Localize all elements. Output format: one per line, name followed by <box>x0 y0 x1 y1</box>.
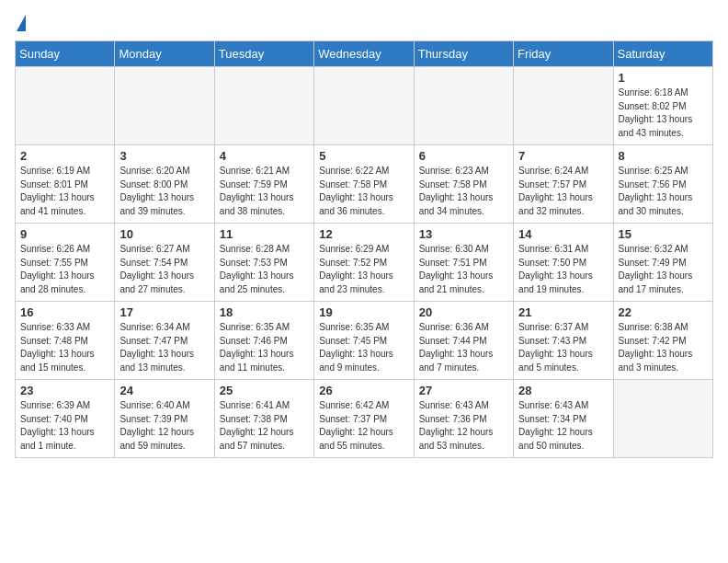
day-info: Sunrise: 6:29 AMSunset: 7:52 PMDaylight:… <box>319 243 408 296</box>
day-info: Sunrise: 6:24 AMSunset: 7:57 PMDaylight:… <box>518 165 608 218</box>
calendar-day-cell: 15Sunrise: 6:32 AMSunset: 7:49 PMDayligh… <box>613 224 712 302</box>
calendar-week-row: 16Sunrise: 6:33 AMSunset: 7:48 PMDayligh… <box>16 302 713 380</box>
calendar-day-cell: 13Sunrise: 6:30 AMSunset: 7:51 PMDayligh… <box>414 224 513 302</box>
day-info: Sunrise: 6:35 AMSunset: 7:46 PMDaylight:… <box>220 321 309 374</box>
day-info: Sunrise: 6:38 AMSunset: 7:42 PMDaylight:… <box>619 321 708 374</box>
calendar-day-cell: 21Sunrise: 6:37 AMSunset: 7:43 PMDayligh… <box>514 302 613 380</box>
day-info: Sunrise: 6:19 AMSunset: 8:01 PMDaylight:… <box>20 165 109 218</box>
calendar-day-cell <box>214 67 313 145</box>
calendar-day-cell: 3Sunrise: 6:20 AMSunset: 8:00 PMDaylight… <box>115 145 214 224</box>
calendar-day-cell: 19Sunrise: 6:35 AMSunset: 7:45 PMDayligh… <box>314 302 414 380</box>
weekday-header: Saturday <box>613 41 712 67</box>
weekday-header: Sunday <box>16 41 115 67</box>
day-number: 10 <box>119 227 209 241</box>
day-number: 16 <box>20 305 109 319</box>
calendar-day-cell <box>16 67 115 145</box>
day-info: Sunrise: 6:35 AMSunset: 7:45 PMDaylight:… <box>319 321 408 374</box>
weekday-header: Monday <box>115 41 214 67</box>
calendar-day-cell: 16Sunrise: 6:33 AMSunset: 7:48 PMDayligh… <box>16 302 115 380</box>
day-number: 23 <box>20 384 109 397</box>
calendar-day-cell: 14Sunrise: 6:31 AMSunset: 7:50 PMDayligh… <box>514 224 613 302</box>
day-number: 22 <box>619 305 708 319</box>
calendar-header-row: SundayMondayTuesdayWednesdayThursdayFrid… <box>16 41 713 67</box>
day-number: 1 <box>619 71 708 85</box>
day-number: 20 <box>419 305 508 319</box>
day-info: Sunrise: 6:32 AMSunset: 7:49 PMDaylight:… <box>619 243 708 296</box>
day-number: 18 <box>220 305 309 319</box>
calendar-day-cell: 25Sunrise: 6:41 AMSunset: 7:38 PMDayligh… <box>214 380 313 458</box>
calendar-day-cell: 4Sunrise: 6:21 AMSunset: 7:59 PMDaylight… <box>214 145 313 224</box>
calendar-week-row: 2Sunrise: 6:19 AMSunset: 8:01 PMDaylight… <box>16 145 713 224</box>
calendar-day-cell: 18Sunrise: 6:35 AMSunset: 7:46 PMDayligh… <box>214 302 313 380</box>
calendar-day-cell <box>115 67 214 145</box>
day-number: 28 <box>518 384 608 397</box>
day-number: 4 <box>220 149 309 163</box>
day-number: 7 <box>518 149 608 163</box>
calendar-day-cell: 23Sunrise: 6:39 AMSunset: 7:40 PMDayligh… <box>16 380 115 458</box>
day-info: Sunrise: 6:34 AMSunset: 7:47 PMDaylight:… <box>119 321 209 374</box>
day-number: 8 <box>619 149 708 163</box>
day-number: 21 <box>518 305 608 319</box>
calendar-day-cell: 6Sunrise: 6:23 AMSunset: 7:58 PMDaylight… <box>414 145 513 224</box>
calendar-day-cell: 22Sunrise: 6:38 AMSunset: 7:42 PMDayligh… <box>613 302 712 380</box>
calendar-day-cell <box>514 67 613 145</box>
day-info: Sunrise: 6:36 AMSunset: 7:44 PMDaylight:… <box>419 321 508 374</box>
day-number: 9 <box>20 227 109 241</box>
day-number: 12 <box>319 227 408 241</box>
calendar-week-row: 9Sunrise: 6:26 AMSunset: 7:55 PMDaylight… <box>16 224 713 302</box>
weekday-header: Thursday <box>414 41 513 67</box>
calendar-week-row: 23Sunrise: 6:39 AMSunset: 7:40 PMDayligh… <box>16 380 713 458</box>
day-number: 17 <box>119 305 209 319</box>
day-number: 19 <box>319 305 408 319</box>
day-info: Sunrise: 6:30 AMSunset: 7:51 PMDaylight:… <box>419 243 508 296</box>
day-info: Sunrise: 6:37 AMSunset: 7:43 PMDaylight:… <box>518 321 608 374</box>
page-header <box>15 15 713 33</box>
calendar-day-cell: 8Sunrise: 6:25 AMSunset: 7:56 PMDaylight… <box>613 145 712 224</box>
calendar-day-cell: 11Sunrise: 6:28 AMSunset: 7:53 PMDayligh… <box>214 224 313 302</box>
day-info: Sunrise: 6:25 AMSunset: 7:56 PMDaylight:… <box>619 165 708 218</box>
calendar-day-cell: 9Sunrise: 6:26 AMSunset: 7:55 PMDaylight… <box>16 224 115 302</box>
day-number: 27 <box>419 384 508 397</box>
day-number: 11 <box>220 227 309 241</box>
day-info: Sunrise: 6:33 AMSunset: 7:48 PMDaylight:… <box>20 321 109 374</box>
day-info: Sunrise: 6:31 AMSunset: 7:50 PMDaylight:… <box>518 243 608 296</box>
day-number: 14 <box>518 227 608 241</box>
day-info: Sunrise: 6:21 AMSunset: 7:59 PMDaylight:… <box>220 165 309 218</box>
calendar-day-cell: 28Sunrise: 6:43 AMSunset: 7:34 PMDayligh… <box>514 380 613 458</box>
day-number: 15 <box>619 227 708 241</box>
day-info: Sunrise: 6:26 AMSunset: 7:55 PMDaylight:… <box>20 243 109 296</box>
day-info: Sunrise: 6:18 AMSunset: 8:02 PMDaylight:… <box>619 86 708 140</box>
day-info: Sunrise: 6:23 AMSunset: 7:58 PMDaylight:… <box>419 165 508 218</box>
calendar-day-cell: 20Sunrise: 6:36 AMSunset: 7:44 PMDayligh… <box>414 302 513 380</box>
day-number: 3 <box>119 149 209 163</box>
weekday-header: Wednesday <box>314 41 414 67</box>
calendar-week-row: 1Sunrise: 6:18 AMSunset: 8:02 PMDaylight… <box>16 67 713 145</box>
day-number: 26 <box>319 384 408 397</box>
calendar-day-cell: 2Sunrise: 6:19 AMSunset: 8:01 PMDaylight… <box>16 145 115 224</box>
day-info: Sunrise: 6:28 AMSunset: 7:53 PMDaylight:… <box>220 243 309 296</box>
day-info: Sunrise: 6:41 AMSunset: 7:38 PMDaylight:… <box>220 399 309 453</box>
day-info: Sunrise: 6:39 AMSunset: 7:40 PMDaylight:… <box>20 399 109 453</box>
day-number: 5 <box>319 149 408 163</box>
day-number: 13 <box>419 227 508 241</box>
calendar-day-cell <box>613 380 712 458</box>
calendar-day-cell <box>414 67 513 145</box>
calendar-day-cell: 1Sunrise: 6:18 AMSunset: 8:02 PMDaylight… <box>613 67 712 145</box>
day-info: Sunrise: 6:27 AMSunset: 7:54 PMDaylight:… <box>119 243 209 296</box>
day-info: Sunrise: 6:22 AMSunset: 7:58 PMDaylight:… <box>319 165 408 218</box>
day-number: 25 <box>220 384 309 397</box>
calendar-day-cell: 17Sunrise: 6:34 AMSunset: 7:47 PMDayligh… <box>115 302 214 380</box>
weekday-header: Friday <box>514 41 613 67</box>
day-info: Sunrise: 6:20 AMSunset: 8:00 PMDaylight:… <box>119 165 209 218</box>
calendar-day-cell: 27Sunrise: 6:43 AMSunset: 7:36 PMDayligh… <box>414 380 513 458</box>
day-number: 24 <box>119 384 209 397</box>
day-info: Sunrise: 6:40 AMSunset: 7:39 PMDaylight:… <box>119 399 209 453</box>
calendar-day-cell <box>314 67 414 145</box>
calendar-day-cell: 24Sunrise: 6:40 AMSunset: 7:39 PMDayligh… <box>115 380 214 458</box>
calendar-day-cell: 5Sunrise: 6:22 AMSunset: 7:58 PMDaylight… <box>314 145 414 224</box>
day-info: Sunrise: 6:42 AMSunset: 7:37 PMDaylight:… <box>319 399 408 453</box>
logo-triangle-icon <box>17 15 26 31</box>
day-info: Sunrise: 6:43 AMSunset: 7:36 PMDaylight:… <box>419 399 508 453</box>
calendar-table: SundayMondayTuesdayWednesdayThursdayFrid… <box>15 40 713 458</box>
day-number: 2 <box>20 149 109 163</box>
